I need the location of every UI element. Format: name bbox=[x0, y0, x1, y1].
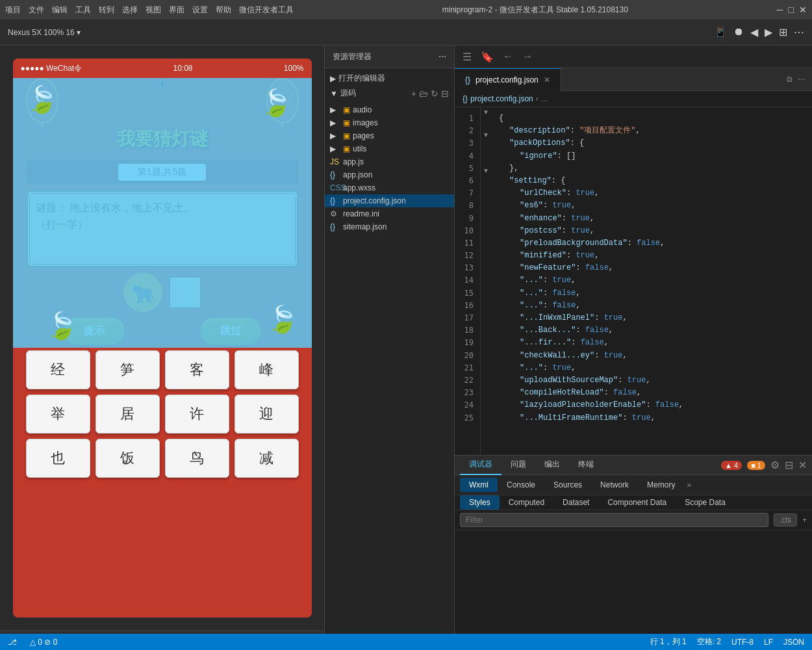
refresh-icon[interactable]: ↻ bbox=[431, 88, 438, 99]
fold-btn-1[interactable]: ▼ bbox=[481, 107, 491, 118]
filter-input[interactable] bbox=[460, 513, 768, 527]
phone-icon[interactable]: 📱 bbox=[714, 26, 727, 38]
more-tabs-icon[interactable]: » bbox=[687, 480, 691, 489]
tab-close-icon[interactable]: ✕ bbox=[544, 75, 550, 84]
char-btn-5[interactable]: 居 bbox=[95, 395, 160, 434]
char-btn-8[interactable]: 也 bbox=[26, 439, 90, 478]
menu-item-help[interactable]: 帮助 bbox=[216, 5, 231, 16]
breadcrumb-file[interactable]: project.config.json bbox=[470, 94, 533, 103]
bookmark-icon[interactable]: 🔖 bbox=[478, 49, 496, 64]
file-item-readme[interactable]: ⚙ readme.ini bbox=[325, 207, 454, 220]
split-editor-icon[interactable]: ⧉ bbox=[787, 75, 793, 84]
source-section-header[interactable]: ▼ 源码 + 🗁 ↻ ⊟ bbox=[325, 86, 454, 101]
char-btn-9[interactable]: 饭 bbox=[95, 439, 160, 478]
menu-bar[interactable]: 项目 文件 编辑 工具 转到 选择 视图 界面 设置 帮助 微信开发者工具 bbox=[5, 5, 294, 16]
subtab-sources[interactable]: Sources bbox=[544, 478, 591, 492]
file-item-sitemap[interactable]: {} sitemap.json bbox=[325, 220, 454, 233]
char-btn-7[interactable]: 迎 bbox=[235, 395, 299, 434]
file-item-appjson[interactable]: {} app.json bbox=[325, 168, 454, 181]
layout-icon-2[interactable]: ⊟ bbox=[785, 459, 793, 471]
line-col-indicator[interactable]: 行 1，列 1 bbox=[650, 636, 687, 647]
device-selector[interactable]: Nexus 5X 100% 16 ▾ bbox=[8, 28, 81, 37]
menu-item-file[interactable]: 文件 bbox=[29, 5, 44, 16]
menu-item-tools[interactable]: 工具 bbox=[75, 5, 91, 16]
eol-indicator[interactable]: LF bbox=[764, 638, 773, 647]
style-tab-component-data[interactable]: Component Data bbox=[598, 495, 676, 510]
filter-cls-button[interactable]: .cls bbox=[774, 514, 797, 526]
char-btn-0[interactable]: 经 bbox=[26, 350, 90, 389]
code-line-5: }, bbox=[499, 162, 804, 175]
menu-item-wechat[interactable]: 微信开发者工具 bbox=[239, 5, 294, 16]
menu-item-goto[interactable]: 转到 bbox=[99, 5, 114, 16]
menu-item-view[interactable]: 视图 bbox=[146, 5, 161, 16]
file-item-audio[interactable]: ▶ ▣ audio bbox=[325, 103, 454, 116]
back-icon[interactable]: ◀ bbox=[750, 26, 758, 38]
forward-icon[interactable]: ▶ bbox=[765, 26, 772, 38]
menu-item-project[interactable]: 项目 bbox=[5, 5, 21, 16]
fold-btn-6[interactable]: ▼ bbox=[481, 166, 491, 176]
new-folder-icon[interactable]: 🗁 bbox=[419, 88, 428, 99]
maximize-button[interactable]: □ bbox=[789, 5, 794, 15]
breadcrumb-context[interactable]: ... bbox=[541, 94, 548, 103]
new-file-icon[interactable]: + bbox=[411, 88, 416, 99]
style-tab-styles[interactable]: Styles bbox=[460, 495, 500, 510]
subtab-wxml[interactable]: Wxml bbox=[460, 478, 498, 492]
devtools-header-right: ▲ 4 ■ 1 ⚙ ⊟ ✕ bbox=[721, 459, 807, 471]
file-manager-more-icon[interactable]: ⋯ bbox=[438, 52, 446, 61]
tab-project-config[interactable]: {} project.config.json ✕ bbox=[455, 68, 561, 91]
subtab-network[interactable]: Network bbox=[591, 478, 638, 492]
code-area[interactable]: { "description": "项目配置文件", "packOptions"… bbox=[491, 107, 812, 455]
menu-item-select[interactable]: 选择 bbox=[122, 5, 138, 16]
warn-badge: ■ 1 bbox=[747, 461, 765, 470]
layout-icon[interactable]: ⊞ bbox=[779, 26, 787, 38]
style-tab-computed[interactable]: Computed bbox=[500, 495, 553, 510]
add-style-icon[interactable]: + bbox=[802, 515, 807, 525]
editor-more-icon[interactable]: ⋯ bbox=[798, 75, 806, 84]
char-btn-6[interactable]: 许 bbox=[165, 395, 229, 434]
file-item-appwxss[interactable]: CSS app.wxss bbox=[325, 181, 454, 194]
devtools-main-tabs: 调试器 问题 编出 终端 bbox=[460, 455, 603, 475]
record-icon[interactable]: ⏺ bbox=[733, 26, 744, 38]
devtools-close-icon[interactable]: ✕ bbox=[798, 459, 807, 471]
back-nav-icon[interactable]: ← bbox=[500, 49, 516, 64]
subtab-console[interactable]: Console bbox=[498, 478, 544, 492]
tab-terminal[interactable]: 终端 bbox=[569, 455, 603, 475]
encoding-indicator[interactable]: UTF-8 bbox=[731, 638, 754, 647]
file-list: ▶ ▣ audio ▶ ▣ images ▶ ▣ pages ▶ ▣ u bbox=[325, 103, 454, 233]
char-btn-11[interactable]: 减 bbox=[235, 439, 299, 478]
char-btn-1[interactable]: 笋 bbox=[95, 350, 160, 389]
file-item-pages[interactable]: ▶ ▣ pages bbox=[325, 129, 454, 142]
menu-item-settings[interactable]: 设置 bbox=[192, 5, 208, 16]
file-item-images[interactable]: ▶ ▣ images bbox=[325, 116, 454, 129]
char-btn-2[interactable]: 客 bbox=[165, 350, 229, 389]
tab-output[interactable]: 编出 bbox=[535, 455, 569, 475]
popup-overlay[interactable]: 🍃 🍃 🍃 🍃 bbox=[13, 78, 312, 348]
git-icon[interactable]: ⎇ bbox=[8, 638, 17, 647]
char-btn-3[interactable]: 峰 bbox=[235, 350, 299, 389]
file-item-appjs[interactable]: JS app.js bbox=[325, 155, 454, 168]
char-btn-10[interactable]: 鸟 bbox=[165, 439, 229, 478]
open-editors-header[interactable]: ▶ 打开的编辑器 bbox=[325, 71, 454, 86]
collapse-all-icon[interactable]: ⊟ bbox=[441, 88, 449, 99]
char-btn-4[interactable]: 举 bbox=[26, 395, 90, 434]
window-controls[interactable]: ─ □ ✕ bbox=[777, 5, 807, 15]
sidebar-toggle-icon[interactable]: ☰ bbox=[460, 49, 474, 64]
menu-item-edit[interactable]: 编辑 bbox=[52, 5, 68, 16]
tab-debugger[interactable]: 调试器 bbox=[460, 455, 501, 475]
menu-item-interface[interactable]: 界面 bbox=[169, 5, 184, 16]
tab-problems[interactable]: 问题 bbox=[501, 455, 535, 475]
file-item-utils[interactable]: ▶ ▣ utils bbox=[325, 142, 454, 155]
spaces-indicator[interactable]: 空格: 2 bbox=[697, 636, 721, 647]
language-indicator[interactable]: JSON bbox=[783, 638, 804, 647]
fold-btn-3[interactable]: ▼ bbox=[481, 130, 491, 140]
forward-nav-icon[interactable]: → bbox=[520, 49, 535, 64]
error-count[interactable]: △ 0 ⊘ 0 bbox=[30, 638, 57, 647]
settings-icon[interactable]: ⚙ bbox=[770, 459, 780, 471]
style-tab-scope-data[interactable]: Scope Data bbox=[676, 495, 735, 510]
file-item-config[interactable]: {} project.config.json bbox=[325, 194, 454, 207]
style-tab-dataset[interactable]: Dataset bbox=[553, 495, 598, 510]
subtab-memory[interactable]: Memory bbox=[638, 478, 684, 492]
minimize-button[interactable]: ─ bbox=[777, 5, 783, 15]
close-button[interactable]: ✕ bbox=[799, 5, 807, 15]
more-icon[interactable]: ⋯ bbox=[794, 26, 804, 38]
